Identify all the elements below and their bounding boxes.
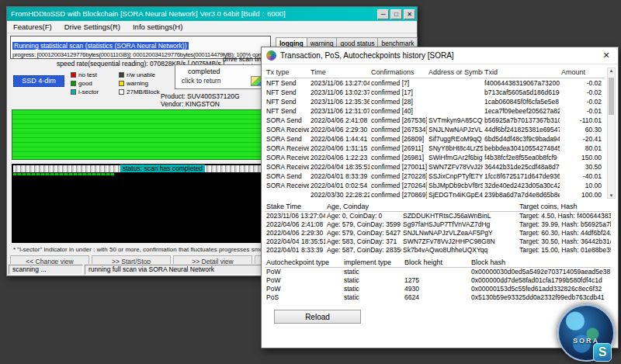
checkpoint-type: PoW (265, 285, 342, 293)
legend-label: good (78, 80, 92, 87)
scan-banner: Running statistical scan (statistics (SO… (12, 42, 189, 50)
stake-row[interactable]: 2022/04/04 18:35:51 Age: 583, CoinDay: 3… (265, 237, 611, 246)
tx-txid: b56925a7b70137367b3105 (483, 116, 560, 125)
completed-box[interactable]: completed click to return (175, 64, 266, 89)
tx-row[interactable]: NFT Send 2023/11/06 13:02:37 confirmed [… (265, 88, 605, 97)
tx-address: SWN7ZFv78VvJ2HH (427, 162, 483, 172)
tx-address: SNyY8bHt8c4LrZ5 (427, 144, 483, 153)
stake-target: Target: 4.50, Hash: f40064438319 (518, 212, 611, 220)
tx-table-body: NFT Send 2023/11/06 13:27:04 confirmed [… (265, 78, 605, 199)
tx-row[interactable]: SORA Receive 2022/04/06 1:31:15 confirme… (265, 144, 605, 153)
tx-row[interactable]: NFT Send 2023/11/06 13:27:04 confirmed [… (265, 78, 605, 88)
tx-row[interactable]: SORA Receive 2022/04/04 18:35:51 confirm… (265, 162, 605, 172)
checkpoint-header-cell: implement type (342, 258, 403, 266)
stake-row[interactable]: 2022/04/06 2:41:08 Age: 579, CoinDay: 35… (265, 220, 611, 229)
tx-time: 2022/04/06 1:44:41 (309, 134, 369, 144)
stake-row[interactable]: 2022/04/01 8:33:39 Age: 587, CoinDay: 28… (265, 246, 611, 255)
checkpoint-row[interactable]: PoS static 6624 0x5130b59e93325dd0a2332f… (265, 293, 611, 302)
legend-item: no test (71, 71, 119, 78)
tx-type: NFT Send (265, 106, 309, 116)
tx-amount: 100.00 (560, 190, 605, 199)
tx-address: SjEDGTn4iKGpE48 (427, 190, 483, 199)
stake-address: SWN7ZFv78VvJ2HHPC98G8N (401, 237, 518, 246)
menu-item[interactable]: Info settings(H) (127, 22, 189, 32)
chart-status-label: status: scan has completed (120, 165, 205, 172)
minimize-button[interactable]: ─ (377, 9, 389, 19)
checkpoint-row[interactable]: PoW static 0x00000030d0ed5a5492e70371405… (265, 268, 611, 276)
stake-address: Sk7b4vAQwo8UhheUQXYqq (401, 246, 518, 255)
tx-confirmations: confirmed [26809] (369, 134, 427, 144)
legend-item: r/w unable (119, 71, 182, 78)
tx-address (427, 97, 483, 106)
isector-footnote: * "i-sector" indicator in under : with 5… (13, 246, 276, 253)
tx-row[interactable]: 2022/03/30 22:28:22 confirmed [270869] S… (265, 190, 605, 199)
scroll-down-icon[interactable]: ▼ (608, 193, 615, 198)
checkpoint-type: PoW (265, 276, 342, 285)
menu-item[interactable]: Features(F) (7, 22, 58, 32)
tx-row[interactable]: NFT Send 2023/11/06 12:31:07 confirmed [… (265, 106, 605, 116)
tx-txid: f40064438319067a73200c3 (483, 78, 560, 88)
tx-amount: -40.01 (560, 172, 605, 181)
stake-time: 2022/04/06 2:29:30 (265, 229, 325, 237)
checkpoint-table: Autocheckpoint typeimplement typeBlock h… (265, 258, 611, 302)
stake-age: Age: 579, CoinDay: 3599 (325, 220, 401, 229)
legend-item: i-sector (71, 88, 119, 95)
tx-row[interactable]: SORA Receive 2022/04/06 2:29:30 confirme… (265, 125, 605, 134)
stake-address: SNJLNwNAPJzVLZeaAF5PgY (401, 229, 518, 237)
tx-close-button[interactable]: ✕ (595, 47, 618, 64)
tx-type (265, 190, 309, 199)
tx-txid: 239b8a6d7a7d4e8d65b8e (483, 190, 560, 199)
tx-confirmations: confirmed [26981] (369, 153, 427, 162)
tx-txid: 32de40ed2423d05a30c420 (483, 181, 560, 190)
scroll-thumb[interactable] (609, 78, 614, 115)
legend-label: i-sector (78, 88, 99, 95)
legend-swatch (71, 81, 76, 86)
tx-row[interactable]: SORA Send 2022/04/06 1:44:41 confirmed [… (265, 134, 605, 144)
tx-txid: 1fcc8f6725171d647de936 (483, 172, 560, 181)
tx-type: SORA Receive (265, 153, 309, 162)
checkpoint-hash: 0x000000dd7de58fad01cfa1799b580fdf4c1d (470, 276, 611, 285)
tx-time: 2022/04/06 1:31:15 (309, 144, 369, 153)
checkpoint-height: 6624 (403, 293, 470, 302)
tx-time: 2023/11/06 13:02:37 (309, 88, 369, 97)
ssd-4dim-button[interactable]: SSD 4-dim (13, 75, 64, 87)
tx-row[interactable]: SORA Send 2022/04/06 2:41:08 confirmed [… (265, 116, 605, 125)
menubar: Features(F)Drive Settings(R)Info setting… (7, 21, 417, 33)
product-text: Product: SUV400S37120G (161, 92, 240, 100)
tx-row[interactable]: SORA Receive 2022/04/06 1:22:23 confirme… (265, 153, 605, 162)
scroll-up-icon[interactable]: ▲ (608, 68, 615, 73)
maximize-button[interactable]: □ (390, 9, 402, 19)
tx-type: SORA Send (265, 172, 309, 181)
tx-confirmations: confirmed [26911] (369, 144, 427, 153)
checkpoint-row[interactable]: PoW static 1275 0x000000dd7de58fad01cfa1… (265, 276, 611, 285)
tx-row[interactable]: SORA Send 2022/04/01 8:33:39 confirmed [… (265, 172, 605, 181)
tx-row[interactable]: NFT Send 2023/11/06 12:35:36 confirmed [… (265, 97, 605, 106)
main-titlebar[interactable]: FromHDDtoSSD with Blockchain [SORA Neura… (7, 7, 417, 21)
legend-swatch (71, 72, 76, 78)
tx-type: SORA Receive (265, 181, 309, 190)
stake-age: Age: 587, CoinDay: 28350 (325, 246, 401, 255)
stake-age: Age: 579, CoinDay: 5427 (325, 229, 401, 237)
tx-address (427, 106, 483, 116)
tx-row[interactable]: SORA Receive 2022/04/01 0:02:54 confirme… (265, 181, 605, 190)
tx-time: 2022/04/04 18:35:51 (309, 162, 369, 172)
legend-item: warning (119, 80, 182, 87)
tx-amount: -0.02 (560, 78, 605, 88)
menu-item[interactable]: Drive Settings(R) (58, 22, 127, 32)
transaction-window: Transaction, PoS, Autocheckpoints histor… (261, 47, 619, 348)
checkpoint-row[interactable]: PoW static 4930 0x00000153d5c55fed61add3… (265, 285, 611, 293)
stake-time: 2023/11/06 13:27:04 (265, 212, 325, 220)
stake-row[interactable]: 2022/04/06 2:29:30 Age: 579, CoinDay: 54… (265, 229, 611, 237)
tx-scrollbar[interactable]: ▲ ▼ (607, 68, 616, 199)
tx-table-header: Tx typeTimeConfirmationsAddress or Symbo… (265, 68, 605, 78)
stake-row[interactable]: 2023/11/06 13:27:04 Age: 0, CoinDay: 0 S… (265, 212, 611, 220)
tx-confirmations: confirmed [270264] (369, 181, 427, 190)
tx-type: SORA Receive (265, 144, 309, 153)
tx-time: 2023/11/06 12:35:36 (309, 97, 369, 106)
reload-button[interactable]: Reload (274, 310, 361, 324)
tx-titlebar[interactable]: Transaction, PoS, Autocheckpoints histor… (262, 47, 618, 64)
close-button[interactable]: ✕ (404, 9, 415, 19)
tx-address: SNJLNwNAPJzVLZ (427, 125, 483, 134)
tx-txid: b713caf5605a5d186d619e (483, 88, 560, 97)
tx-type: SORA Receive (265, 162, 309, 172)
